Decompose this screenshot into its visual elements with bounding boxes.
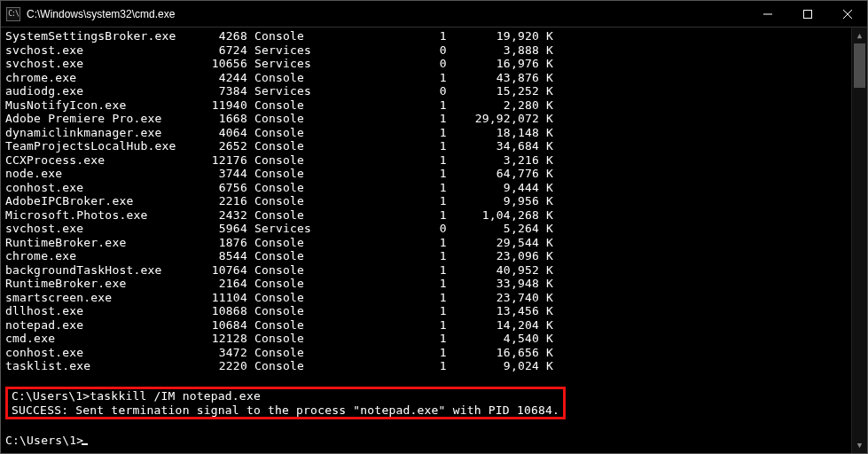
text-cursor (82, 443, 88, 445)
titlebar: C:\ C:\Windows\system32\cmd.exe (1, 1, 867, 27)
terminal-output[interactable]: SystemSettingsBroker.exe 4268 Console 1 … (1, 27, 851, 453)
cmd-window: C:\ C:\Windows\system32\cmd.exe SystemSe… (0, 0, 868, 454)
process-list: SystemSettingsBroker.exe 4268 Console 1 … (5, 29, 553, 372)
scrollbar-track[interactable] (852, 43, 867, 437)
scroll-up-button[interactable]: ▲ (852, 27, 867, 43)
scrollbar[interactable]: ▲ ▼ (851, 27, 867, 453)
maximize-button[interactable] (787, 1, 827, 27)
window-title: C:\Windows\system32\cmd.exe (27, 8, 175, 20)
scroll-down-button[interactable]: ▼ (852, 437, 867, 453)
scrollbar-thumb[interactable] (854, 43, 865, 88)
highlighted-command-block: C:\Users\1>taskkill /IM notepad.exe SUCC… (5, 387, 566, 419)
cmd-icon: C:\ (6, 7, 20, 21)
titlebar-controls (747, 1, 867, 27)
svg-rect-1 (803, 10, 811, 18)
minimize-button[interactable] (747, 1, 787, 27)
prompt-input-line[interactable]: C:\Users\1> (5, 434, 83, 447)
close-button[interactable] (827, 1, 867, 27)
terminal-area: SystemSettingsBroker.exe 4268 Console 1 … (1, 27, 867, 453)
titlebar-left: C:\ C:\Windows\system32\cmd.exe (1, 7, 175, 21)
